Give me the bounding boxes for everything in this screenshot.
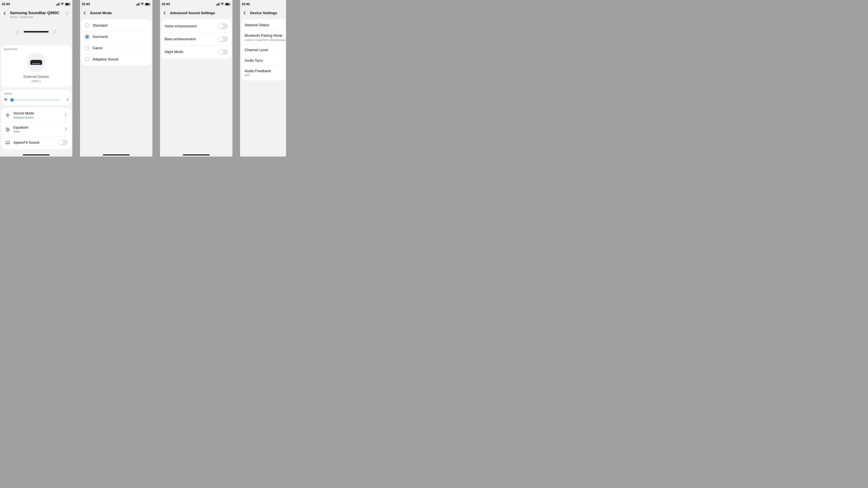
screen-advanced-sound: 15:43 Advanced Sound Settings Voice enha… xyxy=(160,0,232,157)
status-icons xyxy=(216,3,230,5)
sound-from-name: External Device xyxy=(23,75,49,79)
volume-icon[interactable] xyxy=(4,97,8,102)
row-sub: Listen to music from other devices xyxy=(245,38,286,41)
radio-standard[interactable]: Standard xyxy=(84,20,149,31)
soundbar-image xyxy=(24,31,49,32)
spacefit-icon xyxy=(5,139,11,145)
row-bluetooth-pairing[interactable]: Bluetooth Pairing Mode Listen to music f… xyxy=(244,30,286,45)
status-time: 15:44 xyxy=(2,2,10,6)
chevron-left-icon xyxy=(243,11,247,15)
toggle-label: Bass enhancement xyxy=(165,37,196,41)
sound-mode-icon xyxy=(5,112,11,118)
status-bar: 15:42 xyxy=(240,0,286,8)
chevron-left-icon xyxy=(163,11,166,15)
volume-label: Volume xyxy=(4,92,68,95)
page-title: Advanced Sound Settings xyxy=(170,11,215,15)
page-header: Advanced Sound Settings xyxy=(160,8,232,19)
equalizer-icon xyxy=(5,126,11,132)
row-bass-enhancement[interactable]: Bass enhancement xyxy=(164,33,228,45)
volume-slider[interactable] xyxy=(11,99,61,100)
night-mode-toggle[interactable] xyxy=(218,49,228,55)
row-sound-mode[interactable]: Sound Mode Adaptive sound xyxy=(4,108,68,122)
toggle-label: Voice enhancement xyxy=(165,24,196,28)
back-button[interactable] xyxy=(83,10,87,16)
bass-enhancement-toggle[interactable] xyxy=(218,36,228,42)
page-title: Sound Mode xyxy=(90,11,112,15)
page-header: Samsung Soundbar Q990C Home · Living roo… xyxy=(0,8,72,22)
volume-row: 0 xyxy=(4,97,68,102)
home-indicator[interactable] xyxy=(23,155,50,155)
volume-thumb[interactable] xyxy=(10,98,14,102)
status-bar: 15:44 xyxy=(0,0,72,8)
screen-sound-mode: 15:43 Sound Mode Standard Surround Game xyxy=(80,0,152,157)
voice-enhancement-toggle[interactable] xyxy=(218,23,228,29)
back-button[interactable] xyxy=(3,11,6,16)
radio-icon xyxy=(85,35,89,39)
row-equalizer[interactable]: Equalizer Tone xyxy=(4,122,68,136)
more-menu-button[interactable] xyxy=(64,11,70,16)
radio-icon xyxy=(85,57,89,61)
radio-label: Adaptive Sound xyxy=(93,57,118,61)
device-settings-list: Network Status Bluetooth Pairing Mode Li… xyxy=(241,19,286,80)
row-spacefit[interactable]: SpaceFit Sound xyxy=(4,136,68,149)
row-network-status[interactable]: Network Status xyxy=(244,20,286,30)
status-bar: 15:43 xyxy=(160,0,232,8)
radio-label: Surround xyxy=(93,35,107,39)
row-channel-level[interactable]: Channel Level xyxy=(244,45,286,55)
back-button[interactable] xyxy=(243,10,247,16)
home-indicator[interactable] xyxy=(183,155,210,155)
row-audio-sync[interactable]: Audio Sync xyxy=(244,55,286,66)
spacefit-toggle[interactable] xyxy=(58,140,68,145)
sound-from-body: External Device HDMI 1 xyxy=(4,53,68,85)
chevron-left-icon xyxy=(3,11,6,15)
toggle-knob xyxy=(218,50,223,54)
row-title: SpaceFit Sound xyxy=(13,140,55,145)
radio-game[interactable]: Game xyxy=(84,42,149,54)
source-device-pill-icon xyxy=(30,60,42,65)
toggle-knob xyxy=(218,37,223,41)
chevron-right-icon xyxy=(64,113,68,118)
volume-value: 0 xyxy=(65,98,68,102)
battery-icon xyxy=(145,3,151,5)
wifi-icon xyxy=(221,3,224,5)
row-sub: Adaptive sound xyxy=(13,116,61,119)
status-bar: 15:43 xyxy=(80,0,152,8)
toggle-knob xyxy=(58,140,63,145)
row-night-mode[interactable]: Night Mode xyxy=(164,45,228,58)
toggle-knob xyxy=(218,24,223,29)
row-audio-feedback[interactable]: Audio Feedback OFF xyxy=(244,66,286,80)
radio-surround[interactable]: Surround xyxy=(84,31,149,42)
status-icons xyxy=(56,3,70,5)
screen-device-detail: 15:44 Samsung Soundbar Q990C Home · Livi… xyxy=(0,0,72,157)
wifi-icon xyxy=(141,3,144,5)
status-time: 15:43 xyxy=(162,2,170,6)
page-header: Sound Mode xyxy=(80,8,152,19)
chevron-right-icon xyxy=(64,127,68,132)
row-status: OFF xyxy=(245,74,286,77)
back-button[interactable] xyxy=(163,10,166,16)
radio-label: Standard xyxy=(93,23,107,28)
battery-icon xyxy=(65,3,70,5)
page-title-block: Samsung Soundbar Q990C Home · Living roo… xyxy=(10,11,61,19)
radio-icon xyxy=(85,46,89,50)
radio-adaptive-sound[interactable]: Adaptive Sound xyxy=(84,54,149,65)
device-hero: (( )) xyxy=(0,22,72,45)
page-title: Device Settings xyxy=(250,11,277,15)
device-title: Samsung Soundbar Q990C xyxy=(10,11,61,15)
status-time: 15:43 xyxy=(82,2,90,6)
device-location: Home · Living room xyxy=(10,15,61,19)
status-icons xyxy=(136,3,151,5)
sound-from-card[interactable]: Sound From External Device HDMI 1 xyxy=(1,45,71,87)
row-title: Equalizer xyxy=(13,125,61,130)
row-title: Audio Sync xyxy=(245,58,286,63)
volume-card: Volume 0 xyxy=(1,90,71,105)
settings-list-card: Sound Mode Adaptive sound Equalizer Tone xyxy=(1,107,71,150)
sound-wave-left-icon: (( xyxy=(16,29,20,35)
home-indicator[interactable] xyxy=(103,155,130,155)
battery-icon xyxy=(225,3,230,5)
sound-mode-options: Standard Surround Game Adaptive Sound xyxy=(81,19,151,66)
signal-icon xyxy=(56,3,59,5)
row-voice-enhancement[interactable]: Voice enhancement xyxy=(164,20,228,33)
row-title: Audio Feedback xyxy=(245,69,286,73)
signal-icon xyxy=(216,3,219,5)
